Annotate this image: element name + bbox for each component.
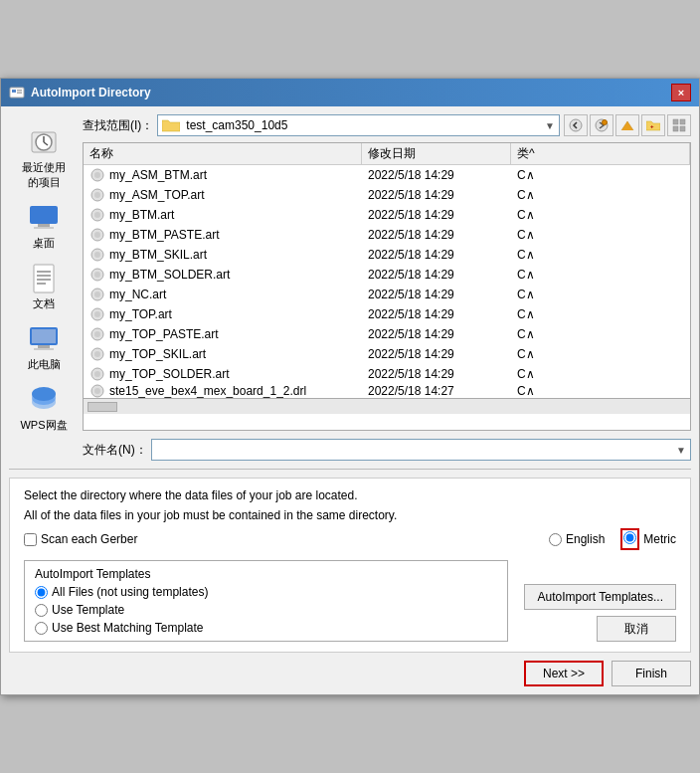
scan-gerber-checkbox-item[interactable]: Scan each Gerber (24, 532, 137, 546)
best-matching-radio-item[interactable]: Use Best Matching Template (35, 621, 497, 635)
svg-rect-9 (38, 224, 50, 227)
file-row[interactable]: my_ASM_BTM.art 2022/5/18 14:29 C∧ (84, 165, 690, 185)
english-radio-item[interactable]: English (549, 532, 605, 546)
file-name-col: my_ASM_BTM.art (84, 166, 362, 184)
file-name: my_TOP_SKIL.art (109, 347, 206, 361)
file-name: my_TOP.art (109, 307, 172, 321)
file-row[interactable]: my_TOP_SOLDER.art 2022/5/18 14:29 C∧ (84, 364, 690, 384)
file-row[interactable]: my_TOP_PASTE.art 2022/5/18 14:29 C∧ (84, 324, 690, 344)
address-combo[interactable]: test_cam350_10d5 ▼ (157, 114, 560, 136)
file-type-col: C∧ (511, 167, 690, 183)
file-name-col: my_TOP_SKIL.art (84, 345, 362, 363)
col-name[interactable]: 名称 (84, 143, 362, 164)
svg-text:+: + (650, 123, 654, 129)
file-icon (89, 346, 105, 362)
forward-btn[interactable] (590, 114, 613, 136)
view-btn[interactable] (667, 114, 691, 136)
file-row[interactable]: my_BTM.art 2022/5/18 14:29 C∧ (84, 205, 690, 225)
autoimport-dialog: AutoImport Directory × 最近使用的项目 (0, 78, 700, 695)
svg-rect-1 (12, 90, 16, 93)
up-btn[interactable] (615, 114, 639, 136)
file-name-col: my_BTM_SKIL.art (84, 246, 362, 264)
file-row[interactable]: my_TOP_SKIL.art 2022/5/18 14:29 C∧ (84, 344, 690, 364)
file-list-container[interactable]: 名称 修改日期 类^ my_ASM_BTM.art 2022/5/18 14:2… (83, 142, 691, 431)
filename-dropdown-arrow[interactable]: ▼ (676, 445, 686, 456)
svg-point-37 (94, 212, 100, 218)
file-row[interactable]: my_BTM_SKIL.art 2022/5/18 14:29 C∧ (84, 245, 690, 265)
filename-combo[interactable]: ▼ (151, 439, 691, 461)
file-row[interactable]: ste15_eve_bex4_mex_board_1_2.drl 2022/5/… (84, 384, 690, 398)
file-row[interactable]: my_BTM_PASTE.art 2022/5/18 14:29 C∧ (84, 225, 690, 245)
file-name-col: my_NC.art (84, 286, 362, 303)
file-row[interactable]: my_BTM_SOLDER.art 2022/5/18 14:29 C∧ (84, 265, 690, 285)
section-divider (9, 469, 691, 470)
metric-radio[interactable] (623, 531, 636, 544)
nav-computer-label: 此电脑 (28, 357, 61, 372)
new-folder-btn[interactable]: + (641, 114, 665, 136)
desktop-icon (28, 202, 60, 234)
svg-rect-18 (38, 345, 50, 348)
best-matching-label: Use Best Matching Template (52, 621, 204, 635)
file-type-col: C∧ (511, 267, 690, 283)
file-icon (89, 384, 105, 398)
cancel-btn[interactable]: 取消 (597, 616, 676, 642)
nav-item-desktop[interactable]: 桌面 (14, 198, 74, 255)
bottom-options-row: AutoImport Templates All Files (not usin… (24, 556, 676, 642)
all-files-radio[interactable] (35, 586, 48, 599)
nav-item-recent[interactable]: 最近使用的项目 (14, 122, 74, 194)
english-label: English (566, 532, 605, 546)
col-type[interactable]: 类^ (511, 143, 690, 164)
file-date-col: 2022/5/18 14:29 (362, 267, 511, 283)
autoimport-templates-btn[interactable]: AutoImport Templates... (524, 584, 676, 610)
nav-item-wps[interactable]: WPS网盘 (14, 380, 74, 437)
file-name-col: my_TOP_SOLDER.art (84, 365, 362, 383)
svg-point-53 (94, 371, 100, 377)
metric-radio-item[interactable]: Metric (620, 528, 676, 550)
close-button[interactable]: × (671, 84, 691, 101)
svg-point-23 (570, 119, 582, 131)
file-row[interactable]: my_NC.art 2022/5/18 14:29 C∧ (84, 285, 690, 304)
svg-rect-31 (680, 126, 685, 131)
svg-point-33 (94, 172, 100, 178)
english-radio[interactable] (549, 533, 562, 546)
file-date-col: 2022/5/18 14:29 (362, 306, 511, 322)
scan-gerber-checkbox[interactable] (24, 533, 37, 546)
file-name: my_ASM_BTM.art (109, 168, 207, 182)
nav-docs-label: 文档 (33, 296, 55, 311)
next-btn[interactable]: Next >> (524, 661, 604, 686)
svg-point-45 (94, 291, 100, 297)
scrollbar-horizontal[interactable] (84, 398, 690, 414)
use-template-radio-item[interactable]: Use Template (35, 603, 497, 617)
nav-item-docs[interactable]: 文档 (14, 259, 74, 315)
options-row-1: Scan each Gerber English Metric (24, 528, 676, 550)
svg-rect-10 (34, 227, 54, 229)
autoimport-options: All Files (not using templates) Use Temp… (35, 585, 497, 635)
finish-btn[interactable]: Finish (612, 661, 691, 686)
file-type-col: C∧ (511, 287, 690, 302)
file-type-col: C∧ (511, 187, 690, 203)
back-btn[interactable] (564, 114, 588, 136)
file-icon (89, 207, 105, 223)
file-type-col: C∧ (511, 366, 690, 382)
file-icon (89, 366, 105, 382)
computer-icon (28, 323, 60, 355)
use-template-radio[interactable] (35, 604, 48, 617)
use-template-label: Use Template (52, 603, 124, 617)
file-row[interactable]: my_ASM_TOP.art 2022/5/18 14:29 C∧ (84, 185, 690, 205)
all-files-radio-item[interactable]: All Files (not using templates) (35, 585, 497, 599)
recent-icon (28, 126, 60, 158)
file-icon (89, 306, 105, 322)
filename-row: 文件名(N)： ▼ (83, 439, 691, 461)
right-panel: 查找范围(I)： test_cam350_10d5 ▼ (83, 114, 691, 461)
svg-point-43 (94, 272, 100, 278)
file-type-col: C∧ (511, 326, 690, 342)
col-date[interactable]: 修改日期 (362, 143, 511, 164)
nav-item-computer[interactable]: 此电脑 (14, 319, 74, 376)
dialog-title: AutoImport Directory (31, 86, 151, 99)
best-matching-radio[interactable] (35, 622, 48, 635)
file-row[interactable]: my_TOP.art 2022/5/18 14:29 C∧ (84, 304, 690, 324)
svg-point-49 (94, 331, 100, 337)
options-area: Select the directory where the data file… (9, 478, 691, 653)
file-list-header: 名称 修改日期 类^ (84, 143, 690, 165)
svg-rect-28 (673, 119, 678, 124)
